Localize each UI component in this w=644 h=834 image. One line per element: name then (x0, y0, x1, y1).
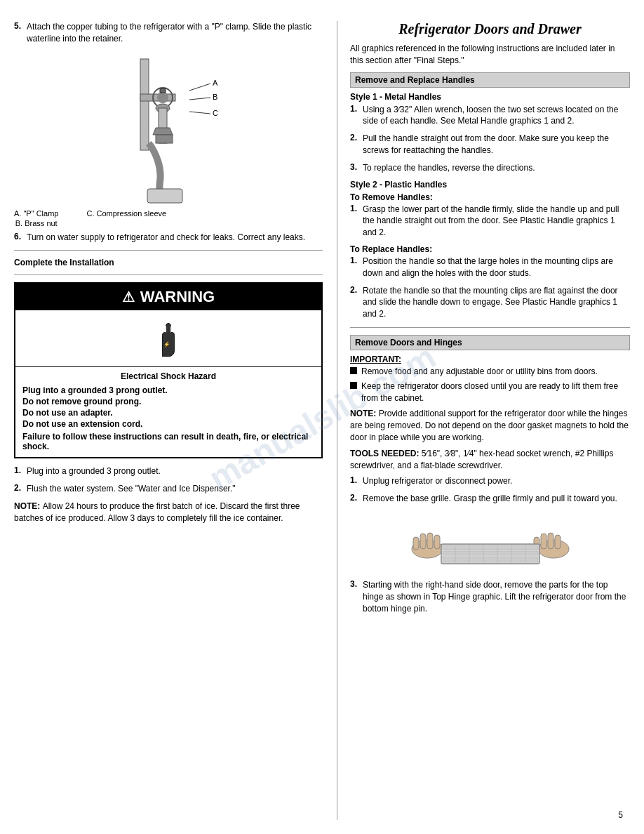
right-title: Refrigerator Doors and Drawer (350, 21, 630, 37)
svg-rect-24 (541, 534, 546, 549)
warning-line-5: Failure to follow these instructions can… (22, 432, 314, 451)
right-subtitle: All graphics referenced in the following… (350, 43, 630, 67)
svg-line-8 (189, 98, 210, 100)
style2-replace-step2: 2. Rotate the handle so that the mountin… (350, 285, 630, 320)
svg-rect-19 (413, 537, 419, 550)
post-warn-step-1-num: 1. (14, 465, 24, 477)
note-ice: NOTE: Allow 24 hours to produce the firs… (14, 501, 323, 524)
bullet-square-2 (350, 382, 357, 389)
note-content: Allow 24 hours to produce the first batc… (14, 501, 300, 523)
warning-label: WARNING (140, 288, 215, 306)
svg-rect-5 (147, 189, 182, 203)
style2-replace-subheading: To Replace Handles: (350, 244, 630, 254)
warning-header: ⚠ WARNING (15, 284, 321, 310)
post-warn-step-1: 1. Plug into a grounded 3 prong outlet. (14, 465, 323, 477)
tools-needed: TOOLS NEEDED: 5⁄16", 3⁄8", 1⁄4" hex-head… (350, 448, 630, 472)
svg-rect-0 (140, 59, 149, 150)
style2-replace-step1-text: Position the handle so that the large ho… (363, 256, 630, 279)
style2-remove-step1: 1. Grasp the lower part of the handle fi… (350, 204, 630, 239)
step-6-text: Turn on water supply to refrigerator and… (27, 232, 323, 244)
diagram-svg: A B C (98, 52, 239, 206)
style2-replace-step1-num: 1. (350, 256, 360, 279)
warning-box: ⚠ WARNING ⚡ Electrical Shock Hazard Plug… (14, 282, 323, 458)
step-5-text: Attach the copper tubing to the refriger… (27, 21, 323, 45)
svg-rect-29 (443, 551, 538, 555)
note-support: NOTE: Provide additional support for the… (350, 408, 630, 443)
svg-text:⚡: ⚡ (163, 341, 170, 348)
label-c: C. Compression sleeve (86, 209, 166, 218)
note-support-label: NOTE: (350, 409, 379, 418)
warning-icon-row: ⚡ (15, 310, 321, 366)
svg-line-10 (189, 112, 210, 114)
svg-rect-30 (443, 557, 538, 562)
label-a: A. "P" Clamp (14, 209, 58, 218)
doors-step-3: 3. Starting with the right-hand side doo… (350, 579, 630, 614)
style1-step1-num: 1. (350, 104, 360, 128)
section-remove-replace: Remove and Replace Handles (350, 72, 630, 88)
style1-step2-text: Pull the handle straight out from the do… (363, 133, 630, 157)
style2-replace-step2-text: Rotate the handle so that the mounting c… (363, 285, 630, 320)
step-6: 6. Turn on water supply to refrigerator … (14, 232, 323, 244)
style1-step2: 2. Pull the handle straight out from the… (350, 133, 630, 157)
doors-step-3-num: 3. (350, 579, 360, 614)
style2-replace-step1: 1. Position the handle so that the large… (350, 256, 630, 279)
svg-rect-22 (434, 535, 440, 549)
svg-rect-15 (156, 135, 173, 143)
warning-line-4: Do not use an extension cord. (22, 419, 314, 429)
important-heading: IMPORTANT: (350, 355, 630, 364)
bullet-square-1 (350, 367, 357, 374)
bullet-2-text: Keep the refrigerator doors closed until… (361, 380, 630, 404)
warning-triangle-icon: ⚠ (122, 289, 135, 305)
svg-rect-4 (160, 88, 166, 93)
style2-remove-subheading: To Remove Handles: (350, 192, 630, 202)
style1-step3-text: To replace the handles, reverse the dire… (363, 162, 630, 174)
style1-heading: Style 1 - Metal Handles (350, 92, 630, 102)
style1-step3: 3. To replace the handles, reverse the d… (350, 162, 630, 174)
step-5: 5. Attach the copper tubing to the refri… (14, 21, 323, 45)
step-6-number: 6. (14, 232, 24, 244)
svg-text:B: B (213, 93, 217, 101)
doors-step-2: 2. Remove the base grille. Grasp the gri… (350, 493, 630, 505)
bullet-1: Remove food and any adjustable door or u… (350, 366, 630, 378)
doors-step-2-text: Remove the base grille. Grasp the grille… (363, 493, 630, 505)
style2-remove-step1-num: 1. (350, 204, 360, 239)
post-warn-step-1-text: Plug into a grounded 3 prong outlet. (27, 465, 323, 477)
svg-line-6 (189, 84, 210, 91)
doors-step-1-num: 1. (350, 475, 360, 487)
style2-remove-step1-text: Grasp the lower part of the handle firml… (363, 204, 630, 239)
right-divider-1 (350, 327, 630, 328)
doors-step-3-text: Starting with the right-hand side door, … (363, 579, 630, 614)
style2-replace-step2-num: 2. (350, 285, 360, 320)
warning-body: Electrical Shock Hazard Plug into a grou… (15, 366, 321, 457)
svg-rect-20 (420, 534, 426, 549)
copper-tubing-diagram: A B C A. "P" Clamp B. Brass nut (14, 52, 323, 227)
svg-rect-26 (555, 535, 561, 549)
svg-rect-21 (427, 533, 433, 549)
note-bold-label: NOTE: (14, 501, 43, 511)
warning-line-2: Do not remove ground prong. (22, 397, 314, 406)
style1-step1: 1. Using a 3⁄32" Allen wrench, loosen th… (350, 104, 630, 128)
svg-rect-25 (548, 533, 554, 549)
doors-step-1: 1. Unplug refrigerator or disconnect pow… (350, 475, 630, 487)
divider-1 (14, 250, 323, 251)
page-number: 5 (618, 810, 623, 820)
style1-step3-num: 3. (350, 162, 360, 174)
left-column: 5. Attach the copper tubing to the refri… (14, 21, 323, 820)
label-b: B. Brass nut (14, 219, 58, 227)
doors-step-2-num: 2. (350, 493, 360, 505)
svg-marker-14 (153, 128, 173, 135)
warning-line-1: Plug into a grounded 3 prong outlet. (22, 385, 314, 395)
section-doors-hinges: Remove Doors and Hinges (350, 335, 630, 350)
svg-rect-28 (443, 545, 538, 550)
bullet-2: Keep the refrigerator doors closed until… (350, 380, 630, 404)
svg-point-3 (157, 92, 168, 103)
svg-text:C: C (213, 109, 218, 117)
complete-install-heading: Complete the Installation (14, 258, 323, 267)
divider-2 (14, 274, 323, 275)
electrical-hazard-icon: ⚡ (147, 317, 189, 359)
warning-title: Electrical Shock Hazard (22, 371, 314, 381)
right-column: Refrigerator Doors and Drawer All graphi… (337, 21, 630, 820)
tools-label: TOOLS NEEDED: (350, 449, 422, 458)
post-warn-step-2-text: Flush the water system. See "Water and I… (27, 483, 323, 495)
grille-diagram-svg (392, 510, 589, 574)
